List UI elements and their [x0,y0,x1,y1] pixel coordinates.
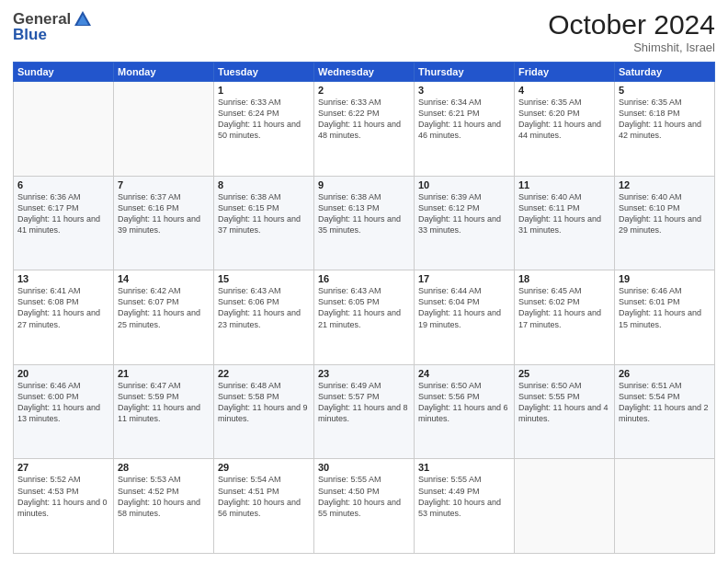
month-title: October 2024 [548,9,715,40]
day-info: Sunrise: 6:41 AMSunset: 6:08 PMDaylight:… [17,286,100,328]
day-info: Sunrise: 5:52 AMSunset: 4:53 PMDaylight:… [17,475,108,517]
col-sunday: Sunday [14,63,114,82]
day-number: 29 [218,462,310,473]
calendar-cell: 12 Sunrise: 6:40 AMSunset: 6:10 PMDaylig… [615,176,715,270]
col-tuesday: Tuesday [214,63,314,82]
day-number: 22 [218,368,310,379]
day-number: 28 [118,462,210,473]
day-number: 4 [518,85,610,96]
calendar-cell [114,82,214,177]
col-wednesday: Wednesday [314,63,415,82]
col-thursday: Thursday [415,63,515,82]
calendar-cell: 29 Sunrise: 5:54 AMSunset: 4:51 PMDaylig… [214,459,314,554]
day-info: Sunrise: 6:48 AMSunset: 5:58 PMDaylight:… [218,381,308,423]
day-number: 11 [518,179,610,190]
logo: General Blue [13,9,93,44]
calendar-cell: 28 Sunrise: 5:53 AMSunset: 4:52 PMDaylig… [114,459,214,554]
calendar-cell: 19 Sunrise: 6:46 AMSunset: 6:01 PMDaylig… [615,270,715,365]
day-info: Sunrise: 6:46 AMSunset: 6:00 PMDaylight:… [17,381,100,423]
calendar-cell: 3 Sunrise: 6:34 AMSunset: 6:21 PMDayligh… [415,82,515,177]
day-info: Sunrise: 6:42 AMSunset: 6:07 PMDaylight:… [118,286,200,328]
calendar-cell: 25 Sunrise: 6:50 AMSunset: 5:55 PMDaylig… [515,364,615,459]
day-number: 19 [619,273,711,284]
calendar-cell: 22 Sunrise: 6:48 AMSunset: 5:58 PMDaylig… [214,364,314,459]
day-number: 8 [218,179,310,190]
day-number: 23 [318,368,410,379]
calendar-cell [615,459,715,554]
day-number: 20 [17,368,109,379]
day-info: Sunrise: 6:49 AMSunset: 5:57 PMDaylight:… [318,381,408,423]
col-monday: Monday [114,63,214,82]
day-info: Sunrise: 6:38 AMSunset: 6:13 PMDaylight:… [318,192,401,235]
calendar-cell: 7 Sunrise: 6:37 AMSunset: 6:16 PMDayligh… [114,176,214,270]
day-number: 26 [619,368,711,379]
day-info: Sunrise: 6:40 AMSunset: 6:10 PMDaylight:… [619,192,701,235]
day-number: 30 [318,462,410,473]
calendar-cell: 2 Sunrise: 6:33 AMSunset: 6:22 PMDayligh… [314,82,415,177]
calendar-cell: 18 Sunrise: 6:45 AMSunset: 6:02 PMDaylig… [515,270,615,365]
header: General Blue October 2024 Shimshit, Isra… [13,9,715,54]
day-info: Sunrise: 6:50 AMSunset: 5:56 PMDaylight:… [418,381,508,423]
calendar-cell: 1 Sunrise: 6:33 AMSunset: 6:24 PMDayligh… [214,82,314,177]
day-number: 7 [118,179,210,190]
day-info: Sunrise: 6:43 AMSunset: 6:05 PMDaylight:… [318,286,401,328]
calendar-cell: 9 Sunrise: 6:38 AMSunset: 6:13 PMDayligh… [314,176,415,270]
day-number: 12 [619,179,711,190]
day-number: 24 [418,368,510,379]
day-number: 1 [218,85,310,96]
calendar-table: Sunday Monday Tuesday Wednesday Thursday… [13,62,715,554]
calendar-cell: 14 Sunrise: 6:42 AMSunset: 6:07 PMDaylig… [114,270,214,365]
day-info: Sunrise: 6:35 AMSunset: 6:20 PMDaylight:… [518,98,601,140]
location-subtitle: Shimshit, Israel [548,40,715,54]
day-number: 2 [318,85,410,96]
calendar-week-2: 6 Sunrise: 6:36 AMSunset: 6:17 PMDayligh… [14,176,715,270]
day-number: 27 [17,462,109,473]
calendar-cell: 11 Sunrise: 6:40 AMSunset: 6:11 PMDaylig… [515,176,615,270]
day-number: 6 [17,179,109,190]
day-number: 3 [418,85,510,96]
day-info: Sunrise: 6:37 AMSunset: 6:16 PMDaylight:… [118,192,200,235]
calendar-cell: 24 Sunrise: 6:50 AMSunset: 5:56 PMDaylig… [415,364,515,459]
calendar-cell [515,459,615,554]
page: General Blue October 2024 Shimshit, Isra… [0,0,728,563]
day-info: Sunrise: 5:55 AMSunset: 4:49 PMDaylight:… [418,475,501,517]
logo-icon [73,9,93,29]
day-info: Sunrise: 6:50 AMSunset: 5:55 PMDaylight:… [518,381,609,423]
day-info: Sunrise: 6:34 AMSunset: 6:21 PMDaylight:… [418,98,501,140]
calendar-cell: 21 Sunrise: 6:47 AMSunset: 5:59 PMDaylig… [114,364,214,459]
day-info: Sunrise: 6:46 AMSunset: 6:01 PMDaylight:… [619,286,701,328]
day-info: Sunrise: 6:44 AMSunset: 6:04 PMDaylight:… [418,286,501,328]
day-number: 14 [118,273,210,284]
day-info: Sunrise: 5:54 AMSunset: 4:51 PMDaylight:… [218,475,301,517]
calendar-cell: 5 Sunrise: 6:35 AMSunset: 6:18 PMDayligh… [615,82,715,177]
day-info: Sunrise: 6:40 AMSunset: 6:11 PMDaylight:… [518,192,601,235]
calendar-cell: 10 Sunrise: 6:39 AMSunset: 6:12 PMDaylig… [415,176,515,270]
calendar-cell: 17 Sunrise: 6:44 AMSunset: 6:04 PMDaylig… [415,270,515,365]
day-number: 31 [418,462,510,473]
col-friday: Friday [515,63,615,82]
calendar-week-1: 1 Sunrise: 6:33 AMSunset: 6:24 PMDayligh… [14,82,715,177]
title-block: October 2024 Shimshit, Israel [548,9,715,54]
day-number: 21 [118,368,210,379]
calendar-cell: 15 Sunrise: 6:43 AMSunset: 6:06 PMDaylig… [214,270,314,365]
calendar-cell: 26 Sunrise: 6:51 AMSunset: 5:54 PMDaylig… [615,364,715,459]
calendar-week-5: 27 Sunrise: 5:52 AMSunset: 4:53 PMDaylig… [14,459,715,554]
calendar-cell: 31 Sunrise: 5:55 AMSunset: 4:49 PMDaylig… [415,459,515,554]
day-number: 17 [418,273,510,284]
logo-blue: Blue [13,26,47,44]
day-info: Sunrise: 6:35 AMSunset: 6:18 PMDaylight:… [619,98,701,140]
calendar-week-3: 13 Sunrise: 6:41 AMSunset: 6:08 PMDaylig… [14,270,715,365]
calendar-cell: 23 Sunrise: 6:49 AMSunset: 5:57 PMDaylig… [314,364,415,459]
day-number: 9 [318,179,410,190]
day-info: Sunrise: 6:51 AMSunset: 5:54 PMDaylight:… [619,381,709,423]
day-info: Sunrise: 5:53 AMSunset: 4:52 PMDaylight:… [118,475,200,517]
col-saturday: Saturday [615,63,715,82]
day-number: 13 [17,273,109,284]
day-info: Sunrise: 6:38 AMSunset: 6:15 PMDaylight:… [218,192,301,235]
day-number: 15 [218,273,310,284]
calendar-cell: 4 Sunrise: 6:35 AMSunset: 6:20 PMDayligh… [515,82,615,177]
calendar-cell: 27 Sunrise: 5:52 AMSunset: 4:53 PMDaylig… [14,459,114,554]
day-number: 16 [318,273,410,284]
day-info: Sunrise: 5:55 AMSunset: 4:50 PMDaylight:… [318,475,401,517]
day-info: Sunrise: 6:45 AMSunset: 6:02 PMDaylight:… [518,286,601,328]
